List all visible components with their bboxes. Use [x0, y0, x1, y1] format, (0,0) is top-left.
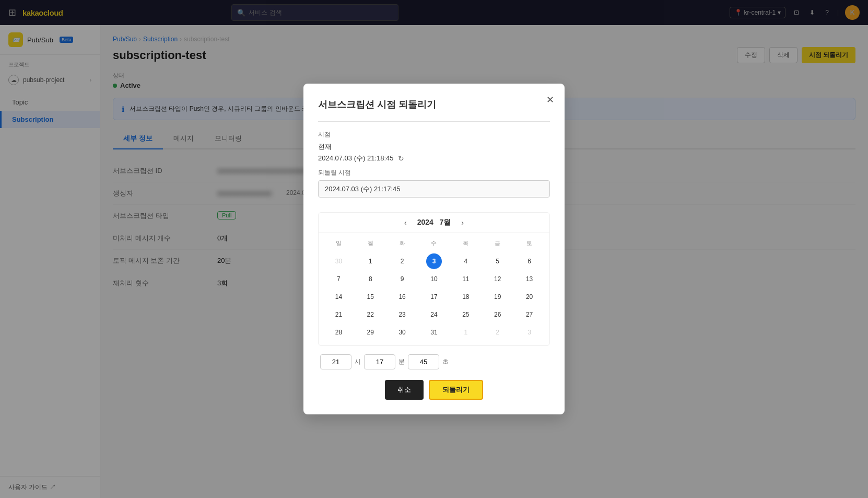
weekday-mon: 월	[355, 237, 386, 249]
modal: ✕ 서브스크립션 시점 되돌리기 시점 현재 2024.07.03 (수) 21…	[303, 84, 565, 414]
cal-day[interactable]: 26	[490, 307, 506, 322]
minute-label: 분	[398, 357, 405, 366]
weekday-fri: 금	[482, 237, 513, 249]
cal-day[interactable]: 15	[362, 289, 378, 305]
cal-day[interactable]: 13	[522, 271, 537, 287]
cal-day[interactable]: 5	[490, 253, 506, 269]
cal-day[interactable]: 1	[458, 325, 474, 340]
time-picker: 시 분 초	[318, 354, 550, 369]
cal-day[interactable]: 4	[458, 253, 474, 269]
modal-close-button[interactable]: ✕	[546, 94, 554, 106]
cal-day[interactable]: 9	[394, 271, 410, 287]
cal-days: 30 1 2 3 4 5 6 7 8 9 10 11 12 13 14	[323, 252, 545, 341]
modal-title: 서브스크립션 시점 되돌리기	[318, 98, 550, 111]
rewind-label: 되돌릴 시점	[318, 168, 550, 177]
cal-day[interactable]: 17	[426, 289, 442, 305]
cal-day[interactable]: 29	[362, 325, 378, 340]
cal-day[interactable]: 31	[426, 325, 442, 340]
cal-day[interactable]: 22	[362, 307, 378, 322]
cal-day[interactable]: 10	[426, 271, 442, 287]
cal-day[interactable]: 30	[331, 253, 346, 269]
cal-grid: 일 월 화 수 목 금 토 30 1 2 3 4 5 6	[319, 233, 549, 345]
current-datetime-row: 2024.07.03 (수) 21:18:45 ↻	[318, 154, 550, 163]
cal-day[interactable]: 2	[490, 325, 506, 340]
modal-overlay[interactable]: ✕ 서브스크립션 시점 되돌리기 시점 현재 2024.07.03 (수) 21…	[0, 0, 868, 498]
current-time-row: 현재	[318, 142, 550, 152]
weekday-wed: 수	[418, 237, 450, 249]
cal-day[interactable]: 16	[394, 289, 410, 305]
cal-day[interactable]: 1	[362, 253, 378, 269]
cancel-button[interactable]: 취소	[385, 380, 424, 400]
cal-day[interactable]: 24	[426, 307, 442, 322]
weekday-thu: 목	[450, 237, 482, 249]
hour-label: 시	[355, 357, 361, 366]
second-label: 초	[442, 357, 449, 366]
cal-day[interactable]: 21	[331, 307, 346, 322]
cal-day[interactable]: 8	[362, 271, 378, 287]
cal-day[interactable]: 18	[458, 289, 474, 305]
cal-day[interactable]: 23	[394, 307, 410, 322]
cal-year-month: 2024 7월	[417, 218, 451, 227]
current-datetime: 2024.07.03 (수) 21:18:45	[318, 154, 394, 163]
cal-day[interactable]: 19	[490, 289, 506, 305]
cal-day[interactable]: 28	[331, 325, 346, 340]
confirm-button[interactable]: 되돌리기	[429, 380, 483, 400]
cal-day[interactable]: 14	[331, 289, 346, 305]
cal-day[interactable]: 7	[331, 271, 346, 287]
cal-day[interactable]: 20	[522, 289, 537, 305]
hour-input[interactable]	[320, 354, 351, 369]
cal-day[interactable]: 11	[458, 271, 474, 287]
cal-day[interactable]: 2	[394, 253, 410, 269]
rewind-datetime-input[interactable]	[318, 180, 550, 198]
refresh-icon[interactable]: ↻	[398, 154, 404, 163]
modal-divider	[318, 121, 550, 122]
cal-day[interactable]: 25	[458, 307, 474, 322]
current-label: 현재	[318, 142, 332, 152]
cal-day[interactable]: 12	[490, 271, 506, 287]
cal-weekdays: 일 월 화 수 목 금 토	[323, 237, 545, 252]
weekday-sat: 토	[513, 237, 545, 249]
cal-day-selected[interactable]: 3	[426, 253, 442, 269]
cal-next-button[interactable]: ›	[459, 218, 466, 227]
modal-time-section: 시점 현재 2024.07.03 (수) 21:18:45 ↻ 되돌릴 시점	[318, 130, 550, 206]
cal-day[interactable]: 6	[522, 253, 537, 269]
minute-input[interactable]	[364, 354, 395, 369]
weekday-sun: 일	[323, 237, 355, 249]
weekday-tue: 화	[386, 237, 418, 249]
cal-header: ‹ 2024 7월 ›	[319, 213, 549, 233]
cal-day[interactable]: 3	[522, 325, 537, 340]
modal-actions: 취소 되돌리기	[318, 380, 550, 400]
modal-time-label: 시점	[318, 130, 550, 139]
cal-day[interactable]: 27	[522, 307, 537, 322]
cal-day[interactable]: 30	[394, 325, 410, 340]
second-input[interactable]	[408, 354, 439, 369]
calendar: ‹ 2024 7월 › 일 월 화 수 목 금 토	[318, 212, 550, 346]
cal-prev-button[interactable]: ‹	[402, 218, 409, 227]
